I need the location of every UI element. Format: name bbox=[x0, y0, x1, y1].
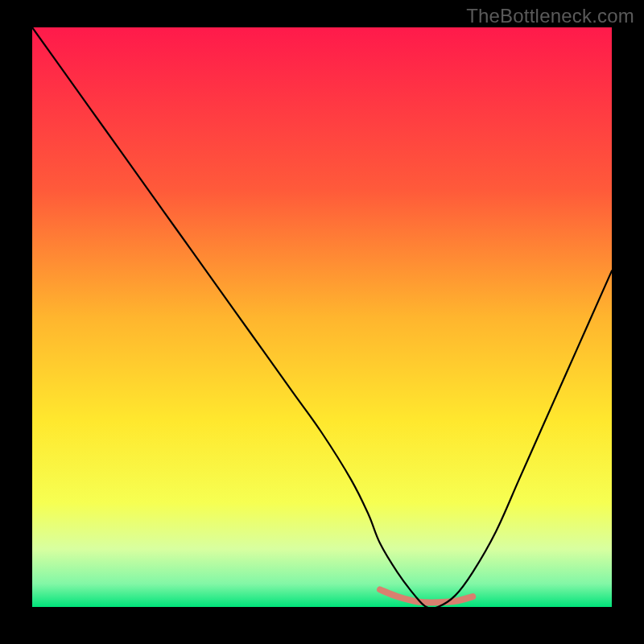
gradient-background bbox=[32, 27, 612, 607]
bottleneck-chart bbox=[32, 27, 612, 607]
plot-area bbox=[32, 27, 612, 607]
watermark-text: TheBottleneck.com bbox=[466, 5, 634, 27]
chart-frame: TheBottleneck.com bbox=[0, 0, 644, 644]
